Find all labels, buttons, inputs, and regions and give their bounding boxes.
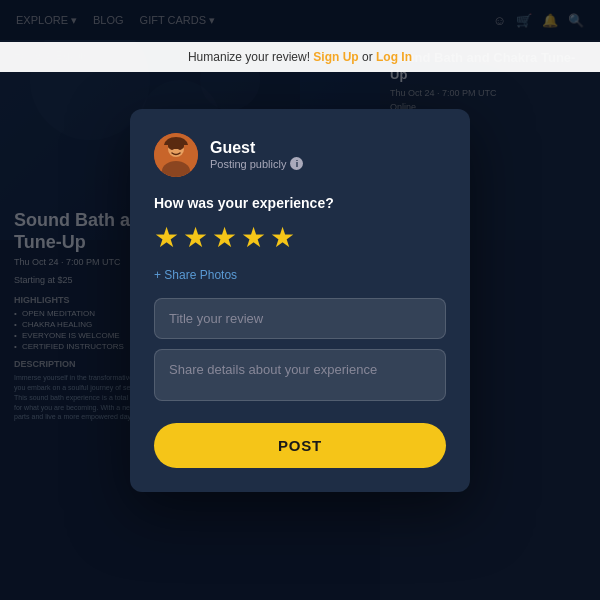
star-4[interactable]: ★ xyxy=(241,221,266,254)
stars-row: ★ ★ ★ ★ ★ xyxy=(154,221,446,254)
info-icon[interactable]: i xyxy=(290,157,303,170)
user-name: Guest xyxy=(210,139,303,157)
modal-overlay: Guest Posting publicly i How was your ex… xyxy=(0,0,600,600)
star-2[interactable]: ★ xyxy=(183,221,208,254)
review-modal: Guest Posting publicly i How was your ex… xyxy=(130,109,470,492)
star-1[interactable]: ★ xyxy=(154,221,179,254)
star-3[interactable]: ★ xyxy=(212,221,237,254)
humanize-bar: Humanize your review! Sign Up or Log In xyxy=(0,42,600,72)
star-5[interactable]: ★ xyxy=(270,221,295,254)
modal-header: Guest Posting publicly i xyxy=(154,133,446,177)
user-info: Guest Posting publicly i xyxy=(210,139,303,170)
signup-link[interactable]: Sign Up xyxy=(313,50,358,64)
login-link[interactable]: Log In xyxy=(376,50,412,64)
review-details-textarea[interactable] xyxy=(154,349,446,401)
share-photos-button[interactable]: + Share Photos xyxy=(154,268,446,282)
review-title-input[interactable] xyxy=(154,298,446,339)
post-button[interactable]: POST xyxy=(154,423,446,468)
experience-label: How was your experience? xyxy=(154,195,446,211)
posting-publicly: Posting publicly i xyxy=(210,157,303,170)
avatar xyxy=(154,133,198,177)
